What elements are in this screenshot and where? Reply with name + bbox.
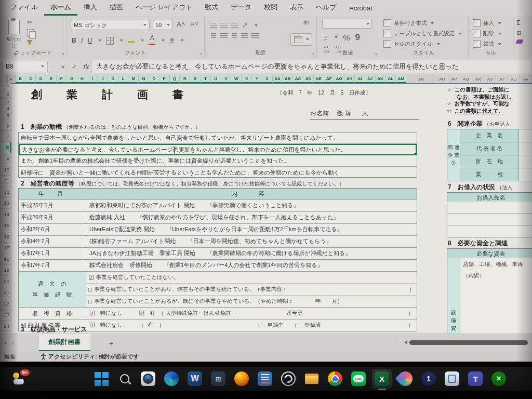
chrome-icon[interactable] — [325, 369, 345, 389]
column-header-AU[interactable]: AU — [508, 75, 520, 83]
align-center-button[interactable] — [220, 33, 228, 39]
lightbulb-app-icon[interactable] — [442, 369, 462, 389]
row-header-21[interactable]: 21 — [0, 287, 11, 299]
insert-function-icon[interactable]: fx — [80, 63, 91, 71]
wrap-text-button[interactable]: ab — [303, 20, 309, 25]
orientation-chevron[interactable] — [255, 24, 258, 26]
line-icon[interactable]: LINE — [349, 369, 368, 389]
career-table[interactable]: 年 月内 容平成25年5月京都府和束町にてお茶のアルバイト 開始 『季節労働で働… — [18, 188, 417, 331]
ribbon-tab-7[interactable]: 校閲 — [258, 0, 284, 16]
checkbox-unchecked-icon[interactable]: □ — [296, 322, 299, 329]
column-header-AD[interactable]: AD — [303, 75, 314, 83]
sheet-grid[interactable]: 創 業 計 画 書 〔令和 7 年 12 月 5 日作成〕 お名前 飯塚 大 1… — [0, 83, 532, 334]
style-button-1[interactable]: テーブルとして書式設定 — [383, 30, 462, 37]
column-header-J[interactable]: J — [98, 75, 108, 83]
underline-button[interactable]: U — [88, 37, 92, 44]
clear-button[interactable] — [516, 39, 524, 44]
format-painter-icon[interactable] — [27, 40, 32, 46]
cut-icon[interactable]: ✂ — [27, 19, 34, 26]
column-header-AL[interactable]: AL — [385, 75, 396, 83]
column-header-AB[interactable]: AB — [283, 75, 293, 83]
row-header-11[interactable]: 11 — [0, 176, 11, 187]
paste-button[interactable]: 貼り付け — [5, 20, 23, 47]
row-header-5[interactable]: 5 — [0, 112, 11, 119]
column-header-E[interactable]: E — [46, 75, 57, 83]
row-header-6[interactable]: 6 — [0, 119, 11, 131]
column-header-AQ[interactable]: AQ — [460, 75, 472, 83]
row-header-9[interactable]: 9 — [0, 153, 11, 165]
column-header-L[interactable]: L — [118, 75, 129, 83]
past-business-option[interactable]: □事業を経営していたことがあり、現在もその事業を続けている。（事業内容：） — [86, 284, 417, 296]
column-header-W[interactable]: W — [231, 75, 242, 83]
row-header-12[interactable]: 12 — [0, 187, 11, 198]
column-header-AA[interactable]: AA — [273, 75, 283, 83]
related-company-row[interactable]: 業 種 — [460, 168, 532, 181]
row-header-22[interactable]: 22 — [0, 298, 11, 310]
checkbox-unchecked-icon[interactable]: □ — [139, 322, 143, 329]
checkbox-unchecked-icon[interactable]: □ — [88, 286, 92, 293]
next-sheet-button[interactable]: › — [11, 339, 14, 347]
italic-button[interactable]: I — [81, 37, 83, 45]
style-button-0[interactable]: 条件付き書式 — [383, 19, 462, 27]
past-business-option[interactable]: ☑事業を経営していたことはない。 — [86, 272, 417, 284]
prev-sheet-button[interactable]: ‹ — [5, 339, 7, 347]
scrollbar-thumb[interactable] — [409, 340, 528, 345]
font-dialog-launcher[interactable]: ↘ — [199, 51, 203, 56]
cells-button-0[interactable]: 挿入 — [473, 19, 501, 27]
column-header-G[interactable]: G — [67, 75, 77, 83]
row-header-15[interactable]: 15 — [0, 220, 11, 232]
column-header-T[interactable]: T — [201, 75, 211, 83]
obs-studio-icon[interactable] — [278, 369, 298, 389]
ribbon-tab-5[interactable]: 数式 — [199, 0, 225, 16]
comma-style-button[interactable]: 9 — [355, 32, 360, 43]
cells-button-1[interactable]: 削除 — [473, 30, 501, 37]
column-header-AM[interactable]: AM — [396, 75, 406, 83]
column-header-C[interactable]: C — [26, 75, 36, 83]
career-row[interactable]: 令和2年6月UberEatsで配達業務 開始 『UberEatsをやりながら日本… — [19, 224, 417, 236]
orientation-button[interactable]: ⤢ — [243, 22, 247, 29]
column-header-AF[interactable]: AF — [324, 75, 335, 83]
column-header-AV[interactable]: AV — [520, 75, 532, 83]
career-row[interactable]: 令和4年7月(株)熊谷ファーム アルバイト開始 『日本一周を開始後、初めてちゃん… — [19, 236, 417, 248]
word-icon[interactable]: W — [185, 369, 205, 389]
ribbon-tab-file[interactable]: ファイル — [4, 0, 44, 16]
align-left-button[interactable] — [211, 33, 216, 39]
ribbon-tab-9[interactable]: ヘルプ — [310, 0, 343, 16]
related-company-row[interactable]: 代 表 者 名 — [460, 142, 532, 155]
related-company-row[interactable]: 企 業 名 — [460, 129, 532, 142]
funds-table[interactable]: 設 備 資 店舗、工場、機械、車両 （内訳） — [447, 258, 532, 334]
horizontal-scrollbar[interactable]: ⋮ — [395, 339, 528, 345]
align-top-button[interactable] — [210, 23, 217, 29]
edge-icon[interactable] — [162, 369, 181, 389]
column-header-Y[interactable]: Y — [252, 75, 262, 83]
column-header-U[interactable]: U — [211, 75, 221, 83]
checkbox-checked-icon[interactable]: ☑ — [89, 310, 95, 317]
column-header-S[interactable]: S — [190, 75, 201, 83]
column-header-X[interactable]: X — [242, 75, 252, 83]
motive-line[interactable]: 自転車で日本一周しながら全国で農業をしたいと思い、自己資金で行動していたが、将来… — [19, 132, 417, 144]
select-all-corner[interactable] — [0, 75, 8, 83]
column-header-AI[interactable]: AI — [355, 75, 365, 83]
row-header-24[interactable]: 24 — [0, 321, 11, 332]
enter-icon[interactable]: ✓ — [69, 63, 80, 71]
row-header-14[interactable]: 14 — [0, 209, 11, 220]
percent-style-button[interactable]: % — [343, 33, 350, 42]
column-header-AC[interactable]: AC — [293, 75, 303, 83]
column-header-B[interactable]: B — [16, 75, 26, 83]
name-box[interactable]: B8 — [2, 61, 48, 72]
checkbox-unchecked-icon[interactable]: □ — [259, 322, 262, 329]
motive-line[interactable]: また、創業1年目の農業の株式会社で研修を受けた際に、事業には資金繰りが必要という… — [19, 155, 417, 167]
shrink-font-button[interactable]: A˅ — [190, 20, 198, 28]
checkbox-checked-icon[interactable]: ☑ — [139, 310, 145, 317]
decrease-indent-button[interactable] — [241, 33, 248, 39]
column-header-AO[interactable]: AO — [436, 75, 448, 83]
ribbon-tab-10[interactable]: Acrobat — [343, 2, 379, 16]
career-row[interactable]: 平成26年9月近藤農林 入社 『慣行農業のやり方を学び、現場を任され、部下を一人… — [19, 212, 417, 224]
number-dialog-launcher[interactable]: ↘ — [374, 51, 377, 56]
column-header-AT[interactable]: AT — [496, 75, 508, 83]
number-format-select[interactable] — [322, 19, 372, 29]
column-header-AH[interactable]: AH — [344, 75, 355, 83]
xbox-icon[interactable]: × — [489, 369, 509, 389]
accessibility-status[interactable]: アクセシビリティ: 検討が必要です — [41, 353, 139, 361]
ribbon-tab-2[interactable]: 挿入 — [77, 0, 103, 16]
